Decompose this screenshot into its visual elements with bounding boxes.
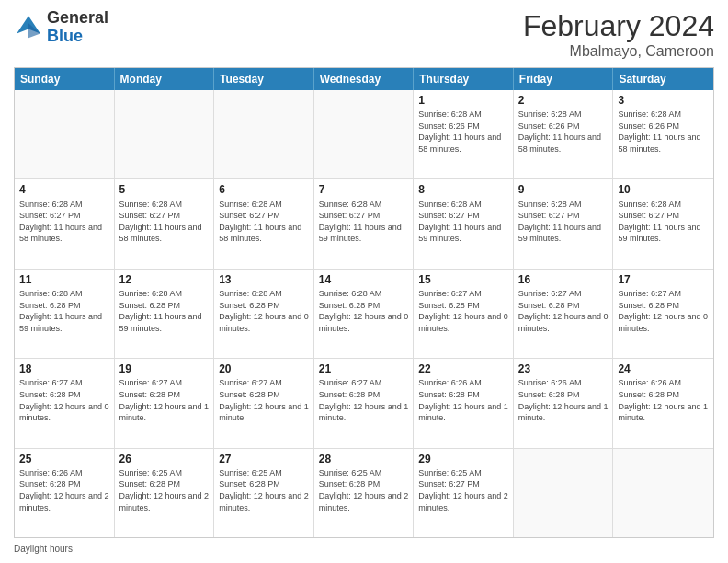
day-number: 1 [418, 93, 508, 108]
calendar-cell: 12Sunrise: 6:28 AMSunset: 6:28 PMDayligh… [115, 270, 215, 358]
calendar-cell: 26Sunrise: 6:25 AMSunset: 6:28 PMDayligh… [115, 449, 215, 537]
calendar-cell: 15Sunrise: 6:27 AMSunset: 6:28 PMDayligh… [414, 270, 514, 358]
day-number: 12 [119, 272, 210, 287]
calendar-cell [613, 449, 713, 537]
day-number: 11 [19, 272, 109, 287]
day-number: 3 [618, 93, 709, 108]
day-number: 18 [19, 362, 109, 376]
calendar-cell: 28Sunrise: 6:25 AMSunset: 6:28 PMDayligh… [314, 449, 415, 537]
day-number: 13 [219, 272, 309, 287]
cell-info: Sunrise: 6:25 AMSunset: 6:28 PMDaylight:… [319, 467, 409, 513]
cell-info: Sunrise: 6:28 AMSunset: 6:27 PMDaylight:… [418, 199, 508, 245]
day-number: 28 [319, 452, 409, 466]
logo-icon [14, 13, 43, 42]
title-block: February 2024 Mbalmayo, Cameroon [523, 9, 714, 60]
day-number: 22 [418, 362, 508, 376]
logo-text: General Blue [47, 9, 108, 46]
day-of-week-monday: Monday [115, 68, 215, 90]
calendar-week-5: 25Sunrise: 6:26 AMSunset: 6:28 PMDayligh… [15, 449, 713, 537]
footer-note: Daylight hours [14, 544, 714, 554]
day-number: 2 [518, 93, 609, 108]
calendar-header: SundayMondayTuesdayWednesdayThursdayFrid… [15, 68, 713, 90]
cell-info: Sunrise: 6:26 AMSunset: 6:28 PMDaylight:… [19, 467, 109, 513]
daylight-label: Daylight hours [14, 544, 73, 554]
calendar-cell: 24Sunrise: 6:26 AMSunset: 6:28 PMDayligh… [613, 359, 713, 447]
cell-info: Sunrise: 6:28 AMSunset: 6:26 PMDaylight:… [618, 109, 709, 155]
cell-info: Sunrise: 6:28 AMSunset: 6:28 PMDaylight:… [319, 288, 409, 334]
calendar-cell: 20Sunrise: 6:27 AMSunset: 6:28 PMDayligh… [214, 359, 314, 447]
day-number: 15 [418, 272, 508, 287]
calendar-cell: 5Sunrise: 6:28 AMSunset: 6:27 PMDaylight… [115, 179, 215, 268]
day-number: 19 [119, 362, 210, 376]
day-number: 27 [219, 452, 309, 466]
cell-info: Sunrise: 6:25 AMSunset: 6:28 PMDaylight:… [219, 467, 309, 513]
calendar-cell: 11Sunrise: 6:28 AMSunset: 6:28 PMDayligh… [15, 270, 115, 358]
calendar-cell: 19Sunrise: 6:27 AMSunset: 6:28 PMDayligh… [115, 359, 215, 447]
calendar-cell: 17Sunrise: 6:27 AMSunset: 6:28 PMDayligh… [613, 270, 713, 358]
cell-info: Sunrise: 6:27 AMSunset: 6:28 PMDaylight:… [418, 288, 508, 334]
calendar-cell: 1Sunrise: 6:28 AMSunset: 6:26 PMDaylight… [414, 90, 514, 178]
calendar-cell: 27Sunrise: 6:25 AMSunset: 6:28 PMDayligh… [214, 449, 314, 537]
calendar-cell: 14Sunrise: 6:28 AMSunset: 6:28 PMDayligh… [314, 270, 415, 358]
calendar-cell: 23Sunrise: 6:26 AMSunset: 6:28 PMDayligh… [514, 359, 614, 447]
day-number: 9 [518, 182, 609, 197]
cell-info: Sunrise: 6:28 AMSunset: 6:27 PMDaylight:… [618, 199, 709, 245]
page: General Blue February 2024 Mbalmayo, Cam… [0, 0, 728, 563]
day-number: 5 [119, 182, 210, 197]
calendar-cell: 4Sunrise: 6:28 AMSunset: 6:27 PMDaylight… [15, 179, 115, 268]
calendar-cell: 3Sunrise: 6:28 AMSunset: 6:26 PMDaylight… [613, 90, 713, 178]
day-of-week-tuesday: Tuesday [214, 68, 314, 90]
day-number: 8 [418, 182, 508, 197]
day-number: 24 [618, 362, 709, 376]
calendar-week-3: 11Sunrise: 6:28 AMSunset: 6:28 PMDayligh… [15, 270, 713, 359]
calendar-cell [15, 90, 115, 178]
calendar: SundayMondayTuesdayWednesdayThursdayFrid… [14, 67, 714, 538]
calendar-cell: 6Sunrise: 6:28 AMSunset: 6:27 PMDaylight… [214, 179, 314, 268]
calendar-cell [314, 90, 415, 178]
cell-info: Sunrise: 6:27 AMSunset: 6:28 PMDaylight:… [219, 377, 309, 423]
cell-info: Sunrise: 6:25 AMSunset: 6:27 PMDaylight:… [418, 467, 508, 513]
calendar-cell [514, 449, 614, 537]
calendar-cell: 8Sunrise: 6:28 AMSunset: 6:27 PMDaylight… [414, 179, 514, 268]
calendar-cell: 29Sunrise: 6:25 AMSunset: 6:27 PMDayligh… [414, 449, 514, 537]
logo-general-text: General [47, 9, 108, 28]
day-number: 10 [618, 182, 709, 197]
day-number: 21 [319, 362, 409, 376]
calendar-week-2: 4Sunrise: 6:28 AMSunset: 6:27 PMDaylight… [15, 179, 713, 269]
day-number: 7 [319, 182, 409, 197]
calendar-cell: 9Sunrise: 6:28 AMSunset: 6:27 PMDaylight… [514, 179, 614, 268]
calendar-cell [115, 90, 215, 178]
cell-info: Sunrise: 6:28 AMSunset: 6:27 PMDaylight:… [518, 199, 609, 245]
calendar-cell: 7Sunrise: 6:28 AMSunset: 6:27 PMDaylight… [314, 179, 415, 268]
cell-info: Sunrise: 6:26 AMSunset: 6:28 PMDaylight:… [618, 377, 709, 423]
day-number: 20 [219, 362, 309, 376]
day-of-week-saturday: Saturday [613, 68, 713, 90]
day-number: 4 [19, 182, 109, 197]
day-of-week-thursday: Thursday [414, 68, 514, 90]
cell-info: Sunrise: 6:25 AMSunset: 6:28 PMDaylight:… [119, 467, 210, 513]
calendar-cell: 16Sunrise: 6:27 AMSunset: 6:28 PMDayligh… [514, 270, 614, 358]
calendar-cell: 13Sunrise: 6:28 AMSunset: 6:28 PMDayligh… [214, 270, 314, 358]
day-number: 23 [518, 362, 609, 376]
header: General Blue February 2024 Mbalmayo, Cam… [14, 9, 714, 60]
cell-info: Sunrise: 6:27 AMSunset: 6:28 PMDaylight:… [518, 288, 609, 334]
day-of-week-wednesday: Wednesday [314, 68, 415, 90]
day-of-week-friday: Friday [514, 68, 614, 90]
cell-info: Sunrise: 6:27 AMSunset: 6:28 PMDaylight:… [319, 377, 409, 423]
calendar-cell: 25Sunrise: 6:26 AMSunset: 6:28 PMDayligh… [15, 449, 115, 537]
calendar-cell: 18Sunrise: 6:27 AMSunset: 6:28 PMDayligh… [15, 359, 115, 447]
calendar-week-4: 18Sunrise: 6:27 AMSunset: 6:28 PMDayligh… [15, 359, 713, 448]
logo-blue-text: Blue [47, 28, 108, 46]
cell-info: Sunrise: 6:28 AMSunset: 6:26 PMDaylight:… [518, 109, 609, 155]
calendar-week-1: 1Sunrise: 6:28 AMSunset: 6:26 PMDaylight… [15, 90, 713, 179]
day-number: 25 [19, 452, 109, 466]
day-number: 6 [219, 182, 309, 197]
cell-info: Sunrise: 6:26 AMSunset: 6:28 PMDaylight:… [518, 377, 609, 423]
cell-info: Sunrise: 6:27 AMSunset: 6:28 PMDaylight:… [19, 377, 109, 423]
day-of-week-sunday: Sunday [15, 68, 115, 90]
cell-info: Sunrise: 6:28 AMSunset: 6:28 PMDaylight:… [119, 288, 210, 334]
cell-info: Sunrise: 6:28 AMSunset: 6:27 PMDaylight:… [19, 199, 109, 245]
day-number: 17 [618, 272, 709, 287]
calendar-cell: 2Sunrise: 6:28 AMSunset: 6:26 PMDaylight… [514, 90, 614, 178]
calendar-title: February 2024 [523, 9, 714, 43]
